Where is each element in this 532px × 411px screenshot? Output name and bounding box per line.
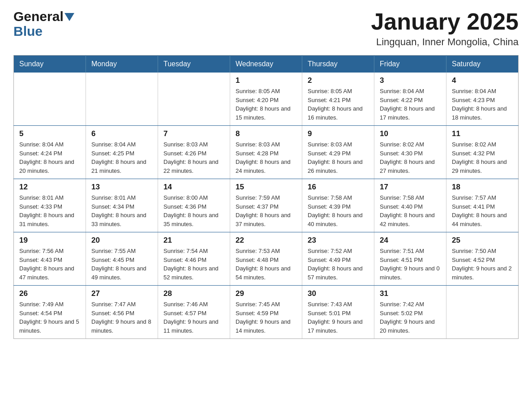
day-info: Sunrise: 7:58 AMSunset: 4:40 PMDaylight:… xyxy=(380,193,441,228)
day-number: 19 xyxy=(19,236,80,245)
day-info: Sunrise: 8:05 AMSunset: 4:20 PMDaylight:… xyxy=(236,87,296,122)
calendar-cell: 28Sunrise: 7:46 AMSunset: 4:57 PMDayligh… xyxy=(158,286,230,339)
day-number: 20 xyxy=(91,236,152,245)
day-info: Sunrise: 8:04 AMSunset: 4:22 PMDaylight:… xyxy=(380,87,441,122)
day-info: Sunrise: 7:46 AMSunset: 4:57 PMDaylight:… xyxy=(163,300,224,335)
calendar-cell: 30Sunrise: 7:43 AMSunset: 5:01 PMDayligh… xyxy=(302,286,374,339)
day-info: Sunrise: 7:52 AMSunset: 4:49 PMDaylight:… xyxy=(308,247,369,282)
calendar-cell: 20Sunrise: 7:55 AMSunset: 4:45 PMDayligh… xyxy=(86,232,158,286)
day-info: Sunrise: 8:00 AMSunset: 4:36 PMDaylight:… xyxy=(163,193,224,228)
calendar-cell: 9Sunrise: 8:03 AMSunset: 4:29 PMDaylight… xyxy=(302,126,374,179)
logo-general-text: General xyxy=(13,9,64,24)
day-info: Sunrise: 7:53 AMSunset: 4:48 PMDaylight:… xyxy=(236,247,296,282)
calendar-cell: 13Sunrise: 8:01 AMSunset: 4:34 PMDayligh… xyxy=(86,179,158,232)
day-number: 6 xyxy=(91,129,152,138)
day-info: Sunrise: 7:42 AMSunset: 5:02 PMDaylight:… xyxy=(380,300,441,335)
calendar-cell xyxy=(158,73,230,126)
day-info: Sunrise: 7:45 AMSunset: 4:59 PMDaylight:… xyxy=(236,300,296,335)
day-number: 18 xyxy=(452,183,513,192)
calendar-cell: 6Sunrise: 8:04 AMSunset: 4:25 PMDaylight… xyxy=(86,126,158,179)
calendar-cell: 25Sunrise: 7:50 AMSunset: 4:52 PMDayligh… xyxy=(446,232,519,286)
weekday-header-friday: Friday xyxy=(374,56,446,73)
day-info: Sunrise: 8:03 AMSunset: 4:28 PMDaylight:… xyxy=(236,140,296,175)
day-number: 22 xyxy=(236,236,296,245)
day-info: Sunrise: 8:01 AMSunset: 4:34 PMDaylight:… xyxy=(91,193,152,228)
calendar-cell: 5Sunrise: 8:04 AMSunset: 4:24 PMDaylight… xyxy=(14,126,86,179)
calendar-cell: 4Sunrise: 8:04 AMSunset: 4:23 PMDaylight… xyxy=(446,73,519,126)
calendar-cell: 17Sunrise: 7:58 AMSunset: 4:40 PMDayligh… xyxy=(374,179,446,232)
calendar-cell: 31Sunrise: 7:42 AMSunset: 5:02 PMDayligh… xyxy=(374,286,446,339)
day-info: Sunrise: 7:57 AMSunset: 4:41 PMDaylight:… xyxy=(452,193,513,228)
day-info: Sunrise: 7:51 AMSunset: 4:51 PMDaylight:… xyxy=(380,247,441,282)
calendar-cell: 14Sunrise: 8:00 AMSunset: 4:36 PMDayligh… xyxy=(158,179,230,232)
calendar-week-row: 5Sunrise: 8:04 AMSunset: 4:24 PMDaylight… xyxy=(14,126,519,179)
day-info: Sunrise: 7:59 AMSunset: 4:37 PMDaylight:… xyxy=(236,193,296,228)
calendar-cell: 10Sunrise: 8:02 AMSunset: 4:30 PMDayligh… xyxy=(374,126,446,179)
calendar-cell: 1Sunrise: 8:05 AMSunset: 4:20 PMDaylight… xyxy=(230,73,302,126)
day-number: 12 xyxy=(19,183,80,192)
day-number: 14 xyxy=(163,183,224,192)
day-number: 29 xyxy=(236,289,296,298)
day-number: 1 xyxy=(236,76,296,85)
day-number: 10 xyxy=(380,129,441,138)
day-info: Sunrise: 7:55 AMSunset: 4:45 PMDaylight:… xyxy=(91,247,152,282)
day-number: 26 xyxy=(19,289,80,298)
day-info: Sunrise: 8:04 AMSunset: 4:25 PMDaylight:… xyxy=(91,140,152,175)
day-info: Sunrise: 7:56 AMSunset: 4:43 PMDaylight:… xyxy=(19,247,80,282)
day-info: Sunrise: 8:02 AMSunset: 4:32 PMDaylight:… xyxy=(452,140,513,175)
calendar-cell xyxy=(86,73,158,126)
day-info: Sunrise: 8:01 AMSunset: 4:33 PMDaylight:… xyxy=(19,193,80,228)
calendar-cell: 22Sunrise: 7:53 AMSunset: 4:48 PMDayligh… xyxy=(230,232,302,286)
day-number: 27 xyxy=(91,289,152,298)
weekday-header-row: SundayMondayTuesdayWednesdayThursdayFrid… xyxy=(14,56,519,73)
calendar-cell xyxy=(446,286,519,339)
calendar-week-row: 12Sunrise: 8:01 AMSunset: 4:33 PMDayligh… xyxy=(14,179,519,232)
day-number: 5 xyxy=(19,129,80,138)
calendar-cell: 7Sunrise: 8:03 AMSunset: 4:26 PMDaylight… xyxy=(158,126,230,179)
calendar-cell: 12Sunrise: 8:01 AMSunset: 4:33 PMDayligh… xyxy=(14,179,86,232)
calendar-cell: 15Sunrise: 7:59 AMSunset: 4:37 PMDayligh… xyxy=(230,179,302,232)
day-info: Sunrise: 8:03 AMSunset: 4:26 PMDaylight:… xyxy=(163,140,224,175)
day-info: Sunrise: 7:50 AMSunset: 4:52 PMDaylight:… xyxy=(452,247,513,282)
weekday-header-sunday: Sunday xyxy=(14,56,86,73)
day-number: 11 xyxy=(452,129,513,138)
day-number: 24 xyxy=(380,236,441,245)
calendar-cell: 24Sunrise: 7:51 AMSunset: 4:51 PMDayligh… xyxy=(374,232,446,286)
calendar-cell: 16Sunrise: 7:58 AMSunset: 4:39 PMDayligh… xyxy=(302,179,374,232)
day-number: 28 xyxy=(163,289,224,298)
day-number: 2 xyxy=(308,76,369,85)
page-header: General Blue January 2025 Lingquan, Inne… xyxy=(13,9,519,48)
day-number: 31 xyxy=(380,289,441,298)
weekday-header-monday: Monday xyxy=(86,56,158,73)
calendar-cell xyxy=(14,73,86,126)
logo-blue-text: Blue xyxy=(13,24,43,39)
title-area: January 2025 Lingquan, Inner Mongolia, C… xyxy=(371,9,519,48)
day-info: Sunrise: 7:47 AMSunset: 4:56 PMDaylight:… xyxy=(91,300,152,335)
calendar-cell: 2Sunrise: 8:05 AMSunset: 4:21 PMDaylight… xyxy=(302,73,374,126)
day-info: Sunrise: 7:58 AMSunset: 4:39 PMDaylight:… xyxy=(308,193,369,228)
day-number: 8 xyxy=(236,129,296,138)
calendar-cell: 26Sunrise: 7:49 AMSunset: 4:54 PMDayligh… xyxy=(14,286,86,339)
day-number: 4 xyxy=(452,76,513,85)
day-number: 13 xyxy=(91,183,152,192)
calendar-cell: 23Sunrise: 7:52 AMSunset: 4:49 PMDayligh… xyxy=(302,232,374,286)
calendar-cell: 21Sunrise: 7:54 AMSunset: 4:46 PMDayligh… xyxy=(158,232,230,286)
weekday-header-wednesday: Wednesday xyxy=(230,56,302,73)
day-info: Sunrise: 8:03 AMSunset: 4:29 PMDaylight:… xyxy=(308,140,369,175)
calendar-subtitle: Lingquan, Inner Mongolia, China xyxy=(371,36,519,48)
day-number: 3 xyxy=(380,76,441,85)
day-info: Sunrise: 7:54 AMSunset: 4:46 PMDaylight:… xyxy=(163,247,224,282)
calendar-table: SundayMondayTuesdayWednesdayThursdayFrid… xyxy=(13,55,519,339)
calendar-cell: 3Sunrise: 8:04 AMSunset: 4:22 PMDaylight… xyxy=(374,73,446,126)
day-info: Sunrise: 8:05 AMSunset: 4:21 PMDaylight:… xyxy=(308,87,369,122)
day-number: 23 xyxy=(308,236,369,245)
logo-triangle-icon xyxy=(64,13,74,21)
day-info: Sunrise: 7:49 AMSunset: 4:54 PMDaylight:… xyxy=(19,300,80,335)
day-number: 21 xyxy=(163,236,224,245)
calendar-cell: 19Sunrise: 7:56 AMSunset: 4:43 PMDayligh… xyxy=(14,232,86,286)
calendar-week-row: 19Sunrise: 7:56 AMSunset: 4:43 PMDayligh… xyxy=(14,232,519,286)
day-info: Sunrise: 8:04 AMSunset: 4:23 PMDaylight:… xyxy=(452,87,513,122)
svg-marker-0 xyxy=(64,13,74,21)
day-info: Sunrise: 7:43 AMSunset: 5:01 PMDaylight:… xyxy=(308,300,369,335)
day-info: Sunrise: 8:04 AMSunset: 4:24 PMDaylight:… xyxy=(19,140,80,175)
